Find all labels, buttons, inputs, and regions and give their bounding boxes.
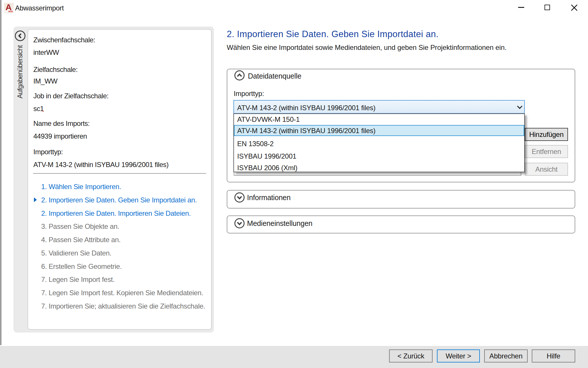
svg-text:M3D: M3D [8,10,13,13]
